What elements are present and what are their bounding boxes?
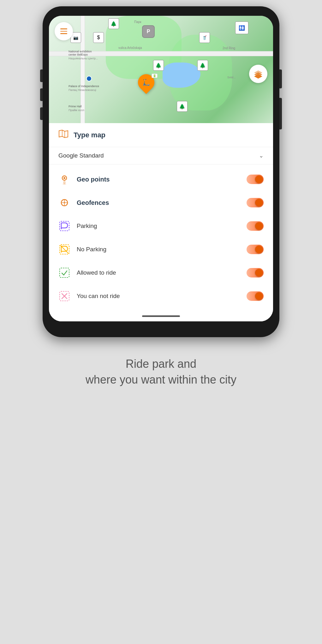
type-map-icon — [58, 129, 69, 140]
home-bar — [142, 315, 180, 317]
geofences-label: Geofences — [77, 199, 240, 206]
allowed-ride-label: Allowed to ride — [77, 269, 240, 276]
map-label-belexpo1: National exhibition — [69, 50, 92, 53]
type-map-title: Type map — [74, 131, 264, 139]
bottom-sheet: Type map Google Standard ⌄ — [49, 123, 273, 321]
geo-points-icon — [58, 173, 70, 185]
allowed-ride-icon — [58, 267, 70, 279]
toggle-list: Geo points Geofen — [49, 164, 273, 311]
map-marker-dollar: $ — [93, 32, 104, 43]
layers-icon — [253, 69, 263, 79]
map-label-prime: Prime Hall — [69, 105, 82, 108]
toggle-item-parking: Parking — [49, 214, 273, 238]
type-map-section: Type map — [49, 123, 273, 147]
map-type-value: Google Standard — [58, 152, 104, 159]
hamburger-button[interactable] — [55, 22, 73, 40]
map-marker-tree2: 🌲 — [153, 60, 164, 71]
side-button-left3 — [40, 107, 43, 120]
svg-point-4 — [63, 177, 65, 179]
svg-rect-13 — [60, 268, 69, 277]
chevron-down-icon: ⌄ — [259, 152, 264, 159]
scooter-marker: 🛴 🔋 — [137, 74, 155, 94]
hamburger-icon — [60, 28, 67, 34]
toggle-item-allowed-ride: Allowed to ride — [49, 261, 273, 284]
page-wrapper: Парк vulica Arloŭskaja 2nd Ring National… — [0, 0, 322, 644]
geo-points-toggle[interactable] — [247, 175, 264, 184]
layers-button[interactable] — [249, 65, 267, 83]
map-label-ring: 2nd Ring — [223, 46, 235, 50]
toggle-item-geofences: Geofences — [49, 191, 273, 214]
home-indicator — [49, 311, 273, 321]
geo-points-label: Geo points — [77, 176, 240, 183]
map-marker-parking: P — [142, 25, 155, 38]
phone-screen: Парк vulica Arloŭskaja 2nd Ring National… — [49, 16, 273, 321]
cannot-ride-icon — [58, 290, 70, 302]
no-parking-toggle[interactable] — [247, 245, 264, 254]
map-label-park: Парк — [134, 20, 141, 24]
parking-toggle[interactable] — [247, 221, 264, 231]
geofences-icon — [58, 197, 70, 209]
map-label-palace2: Палац Незалежнасці — [69, 88, 96, 92]
map-marker-tree3: 🌲 — [197, 60, 208, 71]
map-marker-tree1: 🌲 — [108, 18, 119, 29]
bottom-caption: Ride park andwhere you want within the c… — [67, 337, 255, 401]
map-type-dropdown[interactable]: Google Standard ⌄ — [49, 147, 273, 164]
map-label-palace: Palace of Independence — [69, 85, 99, 88]
map-label-belexpo2: center BelExpo — [69, 53, 88, 56]
map-label-svisl: Svisl... — [227, 76, 236, 79]
map-marker-info — [86, 76, 92, 81]
toggle-item-cannot-ride: You can not ride — [49, 284, 273, 308]
map-marker-food: 🥤 — [199, 32, 210, 43]
geofences-toggle[interactable] — [247, 198, 264, 207]
map-label-prime2: Прайм холл — [69, 109, 84, 112]
side-button-left2 — [40, 88, 43, 101]
toggle-item-geo-points: Geo points — [49, 168, 273, 191]
cannot-ride-label: You can not ride — [77, 293, 240, 300]
bottom-caption-text: Ride park andwhere you want within the c… — [86, 357, 236, 386]
svg-point-5 — [63, 183, 66, 185]
map-marker-tree4: 🌲 — [177, 101, 188, 112]
parking-icon — [58, 220, 70, 232]
map-label-vulica: vulica Arloŭskaja — [118, 46, 142, 50]
map-marker-restroom: 🚻 — [235, 21, 248, 34]
no-parking-label: No Parking — [77, 246, 240, 253]
parking-label: Parking — [77, 223, 240, 230]
side-button-left1 — [40, 69, 43, 82]
allowed-ride-toggle[interactable] — [247, 268, 264, 277]
no-parking-icon — [58, 243, 70, 255]
toggle-item-no-parking: No Parking — [49, 238, 273, 261]
phone-frame: Парк vulica Arloŭskaja 2nd Ring National… — [43, 6, 279, 337]
map-label-belexpo3: Нацыянальны цэнтр... — [69, 57, 98, 60]
map-area: Парк vulica Arloŭskaja 2nd Ring National… — [49, 16, 273, 123]
cannot-ride-toggle[interactable] — [247, 291, 264, 301]
